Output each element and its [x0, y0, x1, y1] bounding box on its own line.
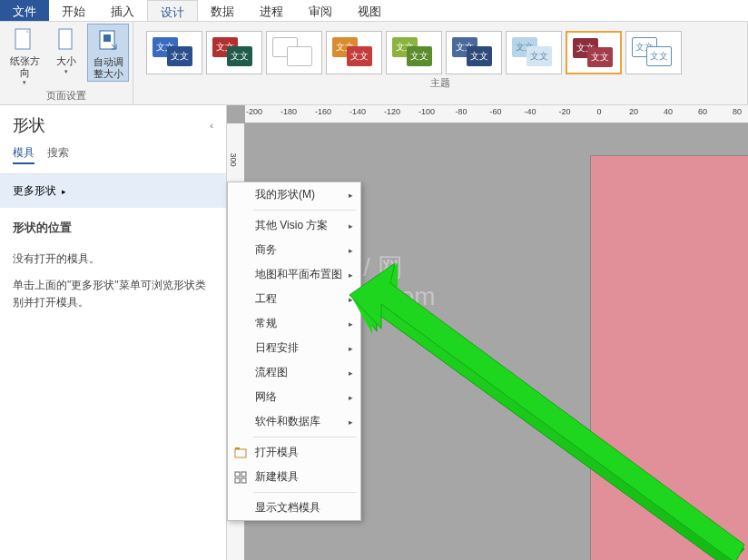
shapes-panel: 形状 ‹ 模具 搜索 更多形状 ▸ 形状的位置 没有打开的模具。 单击上面的"更…	[0, 105, 227, 560]
subtab-moulds[interactable]: 模具	[13, 145, 34, 164]
workspace: 形状 ‹ 模具 搜索 更多形状 ▸ 形状的位置 没有打开的模具。 单击上面的"更…	[0, 105, 748, 560]
hint-msg: 单击上面的"更多形状"菜单可浏览形状类别并打开模具。	[13, 277, 213, 311]
chevron-right-icon: ▸	[349, 221, 353, 231]
menu-show-doc-stencil[interactable]: 显示文档模具	[228, 496, 360, 520]
theme-thumb-8[interactable]: 文文文文	[566, 31, 622, 74]
ribbon: 纸张方向▾ 大小▾ 自动调整大小 页面设置 文文文文 文文文文 文文文文 文文文…	[0, 22, 748, 105]
theme-gallery[interactable]: 文文文文 文文文文 文文文文 文文文文 文文文文 文文文文 文文文文 文文文文	[137, 24, 743, 76]
tab-view[interactable]: 视图	[345, 0, 394, 21]
new-icon	[233, 470, 248, 485]
menu-business[interactable]: 商务▸	[228, 238, 360, 262]
open-icon	[233, 446, 248, 460]
chevron-right-icon: ▸	[349, 368, 353, 378]
menu-open-stencil[interactable]: 打开模具	[228, 440, 360, 465]
ruler-horizontal: -200-180-160-140-120-100-80-60-40-200204…	[245, 105, 748, 123]
menu-other-visio[interactable]: 其他 Visio 方案▸	[228, 213, 360, 238]
theme-thumb-4[interactable]: 文文文文	[326, 31, 382, 74]
tab-file[interactable]: 文件	[0, 0, 49, 21]
page-setup-label: 页面设置	[4, 89, 129, 104]
chevron-right-icon: ▸	[349, 246, 353, 255]
shapes-subtabs: 模具 搜索	[0, 142, 226, 174]
no-stencil-msg: 没有打开的模具。	[13, 251, 213, 268]
svg-rect-5	[235, 447, 240, 449]
more-shapes-button[interactable]: 更多形状 ▸	[0, 174, 226, 208]
menu-my-shapes[interactable]: 我的形状(M)▸	[228, 182, 360, 207]
svg-rect-4	[235, 449, 246, 457]
tab-review[interactable]: 审阅	[296, 0, 345, 21]
tab-insert[interactable]: 插入	[98, 0, 147, 21]
chevron-right-icon: ▸	[349, 295, 353, 304]
theme-thumb-6[interactable]: 文文文文	[446, 31, 502, 74]
chevron-right-icon: ▸	[349, 270, 353, 280]
theme-thumb-1[interactable]: 文文文文	[146, 31, 202, 74]
chevron-right-icon: ▸	[62, 187, 66, 196]
chevron-right-icon: ▸	[349, 393, 353, 402]
theme-thumb-3[interactable]	[266, 31, 322, 74]
menu-general[interactable]: 常规▸	[228, 311, 360, 336]
svg-rect-7	[241, 472, 246, 476]
svg-rect-6	[235, 472, 240, 476]
subtab-search[interactable]: 搜索	[47, 145, 69, 164]
menu-software-db[interactable]: 软件和数据库▸	[228, 409, 360, 434]
shapes-panel-body: 形状的位置 没有打开的模具。 单击上面的"更多形状"菜单可浏览形状类别并打开模具…	[0, 208, 226, 331]
size-button[interactable]: 大小▾	[45, 24, 87, 77]
menu-network[interactable]: 网络▸	[228, 385, 360, 409]
collapse-icon[interactable]: ‹	[210, 120, 213, 131]
chevron-right-icon: ▸	[349, 418, 353, 427]
menu-schedule[interactable]: 日程安排▸	[228, 336, 360, 360]
theme-thumb-7[interactable]: 文文文文	[506, 31, 562, 74]
menu-flowchart[interactable]: 流程图▸	[228, 360, 360, 385]
chevron-right-icon: ▸	[349, 191, 353, 200]
svg-rect-3	[103, 34, 111, 42]
menu-maps[interactable]: 地图和平面布置图▸	[228, 262, 360, 287]
themes-label: 主题	[137, 76, 743, 92]
chevron-right-icon: ▸	[349, 344, 353, 353]
tab-home[interactable]: 开始	[49, 0, 98, 21]
svg-rect-9	[241, 478, 246, 483]
menu-engineering[interactable]: 工程▸	[228, 287, 360, 311]
shape-position-heading: 形状的位置	[13, 219, 213, 238]
ribbon-group-page-setup: 纸张方向▾ 大小▾ 自动调整大小 页面设置	[0, 22, 133, 104]
ribbon-tabs: 文件 开始 插入 设计 数据 进程 审阅 视图	[0, 0, 748, 22]
svg-rect-1	[59, 29, 72, 49]
more-shapes-menu: 我的形状(M)▸ 其他 Visio 方案▸ 商务▸ 地图和平面布置图▸ 工程▸ …	[227, 182, 361, 521]
ribbon-group-themes: 文文文文 文文文文 文文文文 文文文文 文文文文 文文文文 文文文文 文文文文 …	[133, 22, 748, 104]
chevron-right-icon: ▸	[349, 319, 353, 329]
watermark-text: / 网	[363, 251, 403, 285]
menu-new-stencil[interactable]: 新建模具	[228, 465, 360, 489]
auto-size-button[interactable]: 自动调整大小	[87, 24, 129, 82]
orientation-button[interactable]: 纸张方向▾	[4, 24, 45, 88]
theme-thumb-2[interactable]: 文文文文	[206, 31, 262, 74]
theme-thumb-5[interactable]: 文文文文	[386, 31, 442, 74]
svg-rect-8	[235, 478, 240, 483]
theme-thumb-9[interactable]: 文文文文	[625, 31, 682, 74]
drawing-page[interactable]	[590, 155, 748, 560]
tab-process[interactable]: 进程	[247, 0, 296, 21]
tab-design[interactable]: 设计	[147, 0, 198, 21]
shapes-title: 形状 ‹	[0, 105, 226, 142]
tab-data[interactable]: 数据	[198, 0, 247, 21]
